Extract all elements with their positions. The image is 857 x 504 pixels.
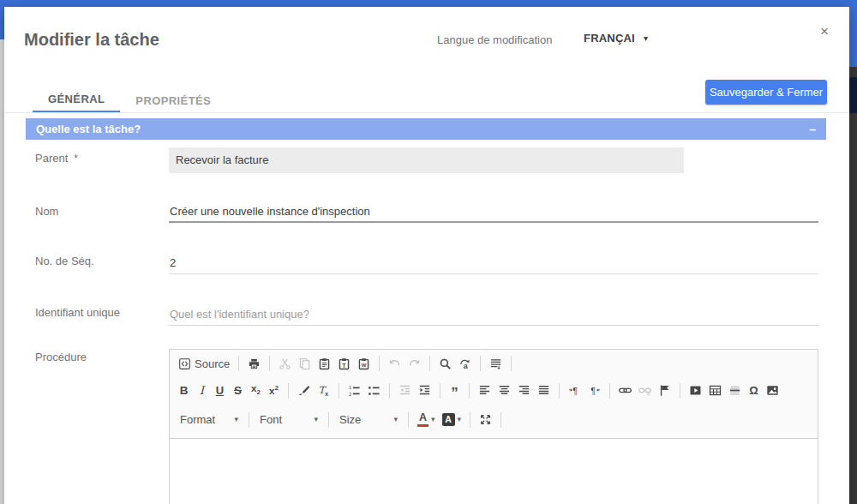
paste-plain-text-button[interactable]: T	[336, 353, 352, 374]
svg-text:¶: ¶	[590, 386, 596, 396]
nom-label: Nom	[35, 205, 58, 218]
increase-indent-button[interactable]	[417, 381, 433, 401]
editor-content-area[interactable]	[170, 439, 818, 504]
align-justify-icon	[537, 384, 550, 397]
background-color-button[interactable]: A▾	[440, 410, 464, 430]
undo-icon	[388, 357, 401, 370]
superscript-button[interactable]: x2	[267, 381, 281, 401]
select-all-button[interactable]	[488, 353, 504, 374]
section-header[interactable]: Quelle est la tâche? –	[26, 118, 826, 140]
align-center-button[interactable]	[496, 381, 512, 401]
svg-text:T: T	[343, 362, 347, 368]
align-right-button[interactable]	[516, 381, 532, 401]
seq-label: No. de Séq.	[35, 255, 94, 267]
align-right-icon	[518, 384, 530, 397]
unlink-icon	[638, 384, 651, 397]
print-button[interactable]	[246, 353, 262, 374]
copy-button[interactable]	[297, 353, 313, 374]
strikethrough-button[interactable]: S	[231, 381, 245, 401]
decrease-indent-button[interactable]	[397, 381, 413, 401]
toolbar-separator	[249, 412, 249, 428]
toolbar-separator	[680, 383, 680, 399]
unlink-button[interactable]	[637, 381, 653, 401]
indent-icon	[418, 384, 431, 397]
font-dropdown[interactable]: Font▾	[256, 410, 321, 430]
text-color-button[interactable]: A▾	[416, 410, 437, 430]
source-button[interactable]: Source	[177, 353, 231, 374]
numbered-list-button[interactable]: 12	[346, 381, 363, 401]
format-dropdown[interactable]: Format▾	[177, 410, 242, 430]
toolbar-separator	[389, 383, 390, 399]
tab-proprietes[interactable]: PROPRIÉTÉS	[120, 87, 226, 113]
maximize-icon	[479, 413, 492, 426]
paste-icon	[318, 357, 331, 370]
replace-button[interactable]: a	[457, 353, 473, 374]
strike-icon: S	[234, 385, 242, 397]
select-all-icon	[489, 357, 502, 370]
toolbar-separator	[500, 412, 501, 428]
language-dropdown[interactable]: FRANÇAI ▾	[584, 32, 648, 45]
text-direction-ltr-button[interactable]: ¶	[566, 381, 583, 401]
italic-button[interactable]: I	[195, 381, 209, 401]
source-button-label: Source	[195, 357, 230, 370]
toolbar-separator	[328, 412, 329, 428]
image-icon	[766, 384, 779, 397]
anchor-button[interactable]	[656, 381, 673, 401]
copy-icon	[298, 357, 311, 370]
font-dropdown-label: Font	[260, 413, 282, 426]
uid-input[interactable]	[169, 303, 818, 326]
undo-button[interactable]	[387, 353, 403, 374]
size-dropdown[interactable]: Size▾	[336, 410, 401, 430]
cut-button[interactable]	[277, 353, 293, 374]
dir-ltr-icon: ¶	[568, 384, 581, 397]
close-icon[interactable]: ×	[820, 24, 829, 39]
special-char-button[interactable]: Ω	[746, 381, 761, 401]
redo-button[interactable]	[406, 353, 423, 374]
section-title: Quelle est la tâche?	[36, 123, 141, 135]
cut-icon	[279, 357, 291, 370]
align-left-button[interactable]	[476, 381, 493, 401]
caret-down-icon: ▾	[234, 416, 238, 423]
media-button[interactable]	[687, 381, 704, 401]
save-and-close-button[interactable]: Sauvegarder & Fermer	[705, 80, 827, 105]
toolbar-separator	[408, 412, 409, 428]
paste-button[interactable]	[316, 353, 333, 374]
image-button[interactable]	[764, 381, 781, 401]
bulleted-list-button[interactable]	[366, 381, 382, 401]
svg-text:2: 2	[349, 392, 351, 397]
copy-formatting-button[interactable]	[296, 381, 312, 401]
nom-input[interactable]	[169, 201, 818, 223]
find-button[interactable]	[437, 353, 453, 374]
language-dropdown-value: FRANÇAI	[584, 32, 635, 45]
link-button[interactable]	[617, 381, 633, 401]
subscript-button[interactable]: x2	[249, 381, 263, 401]
table-button[interactable]	[707, 381, 723, 401]
paste-from-word-button[interactable]: W	[356, 353, 372, 374]
toolbar-separator	[379, 356, 380, 371]
maximize-button[interactable]	[477, 410, 494, 430]
anchor-icon	[658, 384, 671, 397]
removeformat-icon: Tx	[317, 384, 330, 397]
procedure-label: Procédure	[35, 351, 87, 363]
specialchar-icon: Ω	[749, 385, 758, 396]
toolbar-separator	[269, 356, 270, 371]
collapse-icon[interactable]: –	[809, 123, 816, 136]
remove-format-button[interactable]: Tx	[315, 381, 332, 401]
text-direction-rtl-button[interactable]: ¶	[586, 381, 602, 401]
bold-button[interactable]: B	[177, 381, 191, 401]
required-asterisk: *	[74, 153, 78, 165]
toolbar-separator	[440, 383, 440, 399]
underline-button[interactable]: U	[213, 381, 227, 401]
seq-input[interactable]	[169, 252, 818, 274]
align-justify-button[interactable]	[536, 381, 552, 401]
underline-icon: U	[216, 385, 224, 396]
list-ul-icon	[368, 384, 381, 397]
horizontal-rule-button[interactable]	[727, 381, 743, 401]
redo-icon	[408, 357, 421, 370]
svg-text:¶: ¶	[572, 386, 578, 396]
svg-text:W: W	[362, 362, 367, 368]
toolbar-separator	[559, 383, 560, 399]
blockquote-button[interactable]: ”	[447, 381, 462, 401]
align-left-icon	[478, 384, 491, 397]
tab-general[interactable]: GÉNÉRAL	[33, 87, 120, 113]
